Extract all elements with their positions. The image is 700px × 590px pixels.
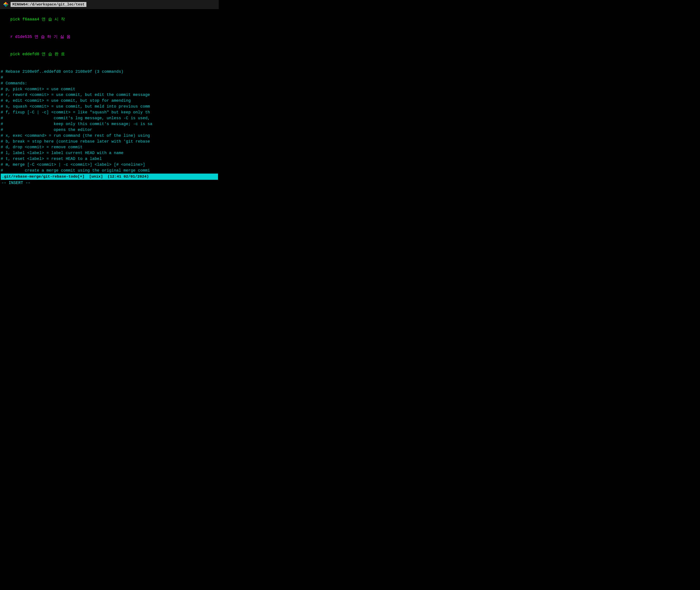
comment-f2: # commit's log message, unless -C is use… <box>1 115 218 121</box>
comment-f1: # f, fixup [-C | -c] <commit> = like "sq… <box>1 110 218 115</box>
comment-f3: # keep only this commit's message; -c is… <box>1 121 218 127</box>
app-icon <box>3 1 9 7</box>
comment-e: # e, edit <commit> = use commit, but sto… <box>1 98 218 104</box>
comment-p: # p, pick <commit> = use commit <box>1 86 218 92</box>
terminal: pick f6aaaa4 연 습 시 작 r d1de535 연 습 하 기 싫… <box>0 9 219 187</box>
comment-m1: # m, merge [-C <commit> | -c <commit>] <… <box>1 162 218 168</box>
vim-insert-bar: -- INSERT -- <box>1 180 218 186</box>
comment-f4: # opens the editor <box>1 127 218 133</box>
code-line-pick1: pick f6aaaa4 연 습 시 작 <box>1 11 218 28</box>
comment-m2: # create a merge commit using the origin… <box>1 168 218 174</box>
code-line-pick2: pick eddefd8 연 습 완 료 <box>1 45 218 63</box>
comment-r: # r, reword <commit> = use commit, but e… <box>1 92 218 98</box>
comment-t: # t, reset <label> = reset HEAD to a lab… <box>1 156 218 162</box>
comment-hash1: # <box>1 75 218 81</box>
comment-s: # s, squash <commit> = use commit, but m… <box>1 104 218 110</box>
window-title: MINGW64:/d/workspace/git_lec/test <box>11 2 86 7</box>
comment-d: # d, drop <commit> = remove commit <box>1 144 218 150</box>
title-bar: MINGW64:/d/workspace/git_lec/test <box>0 0 219 9</box>
comment-b: # b, break = stop here (continue rebase … <box>1 139 218 144</box>
comment-rebase-info: # Rebase 2108e9f..eddefd8 onto 2108e9f (… <box>1 69 218 75</box>
vim-status-bar: .git/rebase-merge/git-rebase-todo[+] [un… <box>1 174 218 180</box>
svg-marker-4 <box>3 2 6 4</box>
code-line-reword: r d1de535 연 습 하 기 싫 음 <box>1 28 218 46</box>
comment-commands-header: # Commands: <box>1 81 218 86</box>
comment-x: # x, exec <command> = run command (the r… <box>1 133 218 139</box>
comment-l: # l, label <label> = label current HEAD … <box>1 150 218 156</box>
blank-line-1 <box>1 63 218 69</box>
